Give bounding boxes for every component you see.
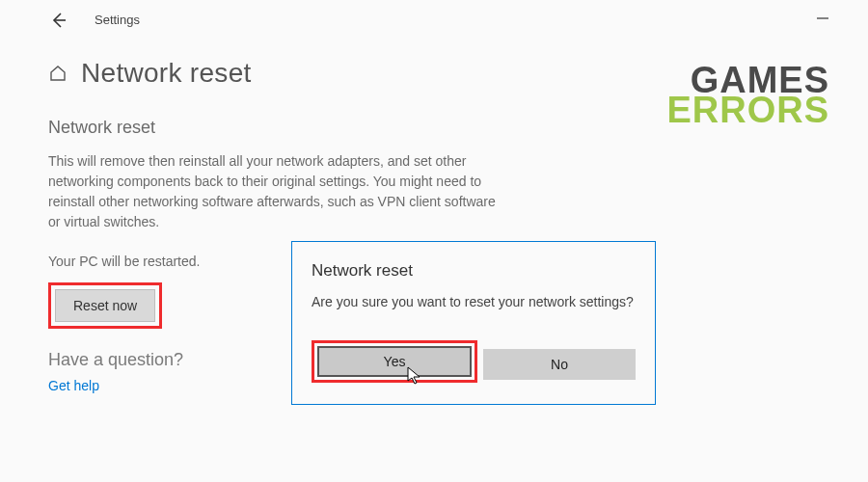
confirm-dialog: Network reset Are you sure you want to r… — [291, 241, 656, 405]
highlight-box-yes: Yes — [312, 340, 477, 383]
title-bar: Settings — [0, 0, 868, 39]
yes-button[interactable]: Yes — [317, 346, 472, 377]
section-title: Network reset — [48, 118, 502, 138]
home-icon[interactable] — [48, 64, 68, 83]
page-title: Network reset — [81, 58, 252, 89]
minimize-button[interactable] — [806, 8, 839, 30]
section-description: This will remove then reinstall all your… — [48, 151, 502, 232]
back-button[interactable] — [48, 10, 69, 31]
highlight-box-reset: Reset now — [48, 282, 162, 329]
dialog-message: Are you sure you want to reset your netw… — [312, 294, 636, 309]
dialog-title: Network reset — [312, 261, 636, 281]
app-title: Settings — [95, 13, 140, 27]
watermark: GAMES ERRORS — [666, 66, 829, 125]
watermark-line2: ERRORS — [666, 95, 829, 125]
dialog-buttons: Yes No — [312, 340, 636, 383]
no-button[interactable]: No — [483, 349, 636, 380]
reset-now-button[interactable]: Reset now — [55, 289, 155, 322]
